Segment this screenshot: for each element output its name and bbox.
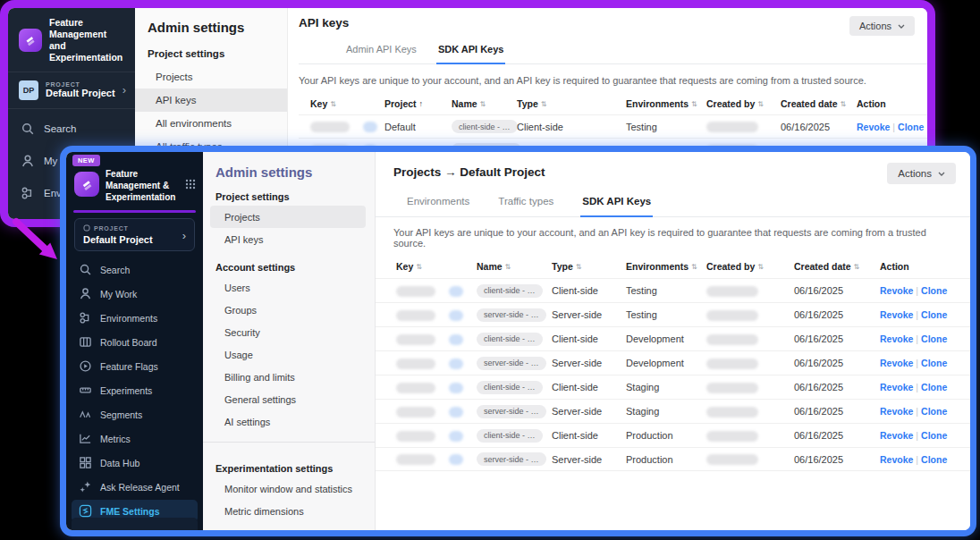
sidebar-item-experiments[interactable]: Experiments	[72, 379, 198, 401]
nav-item-api-keys[interactable]: API keys	[135, 89, 287, 112]
revoke-link[interactable]: Revoke	[880, 406, 913, 417]
nav-item-security[interactable]: Security	[203, 321, 366, 343]
sidebar-item-my-work[interactable]: My Work	[72, 283, 198, 305]
column-header-environments[interactable]: Environments⇅	[626, 98, 706, 109]
nav-item-usage[interactable]: Usage	[203, 343, 366, 366]
column-header-created-date[interactable]: Created date⇅	[794, 261, 880, 272]
cell-actions: Revoke|Clone	[880, 430, 970, 441]
nav-item-all-environments[interactable]: All environments	[135, 112, 287, 135]
page-title: API keys	[299, 16, 927, 30]
nav-item-groups[interactable]: Groups	[203, 299, 366, 321]
clone-link[interactable]: Clone	[921, 454, 947, 465]
nav-item-ai-settings[interactable]: AI settings	[203, 410, 366, 433]
clone-link[interactable]: Clone	[921, 333, 947, 344]
clone-link[interactable]: Clone	[921, 285, 947, 296]
column-header-key[interactable]: Key⇅	[396, 261, 477, 272]
chevron-down-icon	[938, 172, 945, 176]
project-selector[interactable]: PROJECT Default Project ›	[74, 218, 195, 251]
nav-item-monitor-window-and-statistics[interactable]: Monitor window and statistics	[203, 477, 366, 500]
settings-section-title: Experimentation settings	[203, 451, 375, 477]
table-row: client-side - … Client-side Production 0…	[376, 423, 970, 447]
sidebar-item-rollout-board[interactable]: Rollout Board	[72, 331, 198, 353]
tab-bar: Admin API Keys SDK API Keys	[299, 38, 927, 64]
sidebar-item-ask-release-agent[interactable]: Ask Release Agent	[72, 476, 198, 498]
redacted-copy-blob	[449, 383, 463, 393]
cell-name: server-side - …	[477, 357, 552, 370]
app-title: Feature Management & Experimentation	[106, 168, 175, 203]
cell-environments: Development	[626, 358, 706, 368]
tab-environments[interactable]: Environments	[405, 190, 471, 216]
column-header-created-by[interactable]: Created by⇅	[706, 261, 794, 272]
nav-item-users[interactable]: Users	[203, 276, 366, 299]
sidebar-item-search[interactable]: Search	[8, 113, 135, 145]
cell-name: server-side - …	[477, 405, 552, 418]
project-selector[interactable]: DP PROJECT Default Project ›	[8, 72, 135, 109]
column-header-project[interactable]: Project↑	[384, 98, 452, 109]
column-header-environments[interactable]: Environments⇅	[626, 261, 706, 272]
nav-item-projects[interactable]: Projects	[135, 65, 287, 89]
clone-link[interactable]: Clone	[921, 406, 947, 417]
front-window: NEW Feature Management & Experimentation	[60, 146, 976, 536]
nav-item-metric-dimensions[interactable]: Metric dimensions	[203, 500, 366, 522]
column-header-created-date[interactable]: Created date⇅	[781, 98, 857, 109]
clone-link[interactable]: Clone	[921, 430, 947, 441]
nav-item-general-settings[interactable]: General settings	[203, 388, 366, 410]
clone-link[interactable]: Clone	[921, 382, 947, 392]
sidebar-item-feature-flags[interactable]: Feature Flags	[72, 355, 198, 377]
cell-key-redacted	[396, 333, 477, 344]
cell-created-date: 06/16/2025	[794, 430, 880, 441]
column-header-type[interactable]: Type⇅	[517, 98, 626, 109]
actions-button[interactable]: Actions	[849, 16, 915, 36]
cell-project: Default	[384, 122, 452, 132]
clone-link[interactable]: Clone	[921, 358, 947, 368]
sidebar-item-data-hub[interactable]: Data Hub	[72, 451, 198, 474]
column-header-created-by[interactable]: Created by⇅	[706, 98, 781, 109]
project-label: PROJECT	[46, 81, 115, 88]
revoke-link[interactable]: Revoke	[880, 454, 913, 465]
page-background: Feature Management and Experimentation D…	[0, 0, 980, 540]
column-header-key[interactable]: Key⇅	[310, 98, 384, 109]
sidebar-item-label: Segments	[100, 409, 142, 420]
fme-logo-icon	[79, 504, 92, 518]
settings-section-title: Project settings	[203, 180, 375, 206]
revoke-link[interactable]: Revoke	[857, 122, 890, 132]
cell-type: Server-side	[552, 406, 626, 417]
actions-button[interactable]: Actions	[887, 163, 956, 184]
clone-link[interactable]: Clone	[898, 122, 924, 132]
column-header-type[interactable]: Type⇅	[552, 261, 626, 272]
tab-sdk-api-keys[interactable]: SDK API Keys	[580, 190, 653, 217]
nav-item-api-keys[interactable]: API keys	[203, 228, 366, 250]
redacted-user-blob	[706, 407, 758, 418]
nav-item-billing-and-limits[interactable]: Billing and limits	[203, 366, 366, 388]
revoke-link[interactable]: Revoke	[880, 358, 913, 368]
revoke-link[interactable]: Revoke	[880, 430, 913, 441]
cell-name: client-side - …	[477, 333, 552, 346]
tab-traffic-types[interactable]: Traffic types	[496, 190, 555, 216]
revoke-link[interactable]: Revoke	[880, 285, 913, 296]
app-launcher-icon[interactable]	[185, 177, 196, 193]
clone-link[interactable]: Clone	[921, 309, 947, 320]
sidebar-item-segments[interactable]: Segments	[72, 403, 198, 426]
sort-icon: ⇅	[691, 100, 697, 108]
table-row: server-side - … Server-side Development …	[376, 350, 970, 375]
tab-admin-api-keys[interactable]: Admin API Keys	[344, 38, 418, 63]
nav-item-projects[interactable]: Projects	[210, 206, 366, 228]
sidebar-item-metrics[interactable]: Metrics	[72, 427, 198, 450]
column-header-name[interactable]: Name⇅	[477, 261, 552, 272]
sidebar-item-label: Search	[44, 123, 76, 134]
column-header-name[interactable]: Name⇅	[452, 98, 517, 109]
revoke-link[interactable]: Revoke	[880, 382, 913, 392]
tab-sdk-api-keys[interactable]: SDK API Keys	[436, 38, 506, 64]
sidebar-item-label: Search	[100, 265, 130, 275]
sidebar-item-environments[interactable]: Environments	[72, 307, 198, 329]
description-text: Your API keys are unique to your account…	[299, 75, 927, 86]
redacted-user-blob	[706, 334, 758, 345]
sidebar-item-search[interactable]: Search	[72, 258, 198, 281]
cell-name: client-side - …	[452, 120, 517, 133]
data-hub-icon	[79, 456, 92, 469]
settings-nav-title: Admin settings	[135, 8, 287, 35]
person-icon	[21, 154, 35, 168]
revoke-link[interactable]: Revoke	[880, 309, 913, 320]
revoke-link[interactable]: Revoke	[880, 333, 913, 344]
cell-key-redacted	[310, 121, 384, 132]
